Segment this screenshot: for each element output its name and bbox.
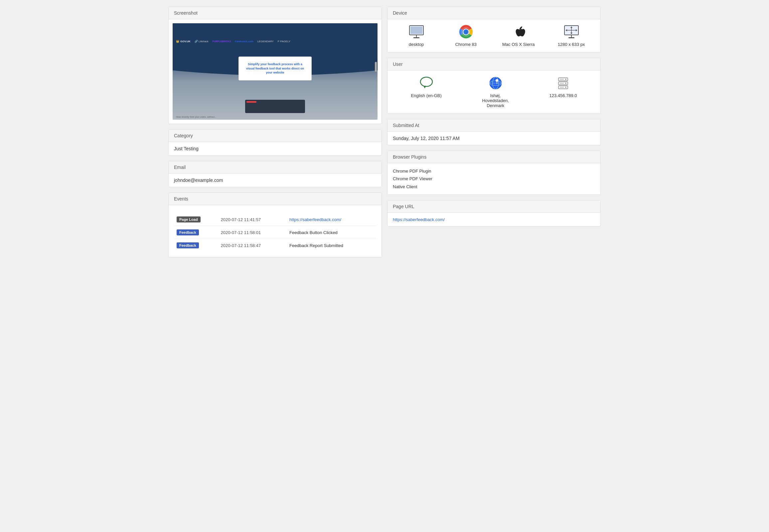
svg-point-28 — [565, 83, 567, 84]
speech-icon — [418, 76, 435, 90]
svg-point-27 — [565, 79, 567, 80]
govuk-logo: 👑GOV.UK — [176, 40, 191, 43]
submitted-at-card: Submitted At Sunday, July 12, 2020 11:57… — [387, 119, 601, 145]
email-value: johndoe@example.com — [169, 174, 381, 187]
device-label-desktop: desktop — [409, 42, 424, 47]
submitted-at-value: Sunday, July 12, 2020 11:57 AM — [388, 132, 600, 145]
chrome-icon — [457, 25, 475, 39]
svg-rect-3 — [411, 27, 423, 34]
badge-feedback-2: Feedback — [177, 242, 199, 248]
plugin-3: Native Client — [393, 183, 595, 191]
event-link-1[interactable]: https://saberfeedback.com/ — [289, 217, 341, 222]
page-url-body: https://saberfeedback.com/ — [388, 213, 600, 226]
user-label-language: English (en-GB) — [411, 93, 442, 98]
email-title: Email — [169, 161, 381, 174]
table-row: Page Load 2020-07-12 11:41:57 https://sa… — [174, 213, 376, 226]
resolution-icon — [563, 25, 580, 39]
device-icons: desktop — [388, 19, 600, 52]
screenshot-nav: 👑GOV.UK 🔗 Lifehack PURPLEBRICKS Confused… — [176, 40, 374, 43]
hero-text: Simplify your feedback process with a vi… — [245, 62, 305, 75]
device-item-desktop: desktop — [403, 25, 430, 47]
email-card: Email johndoe@example.com — [168, 161, 382, 187]
user-label-location: Ishøj, Hovedstaden, Denmark — [481, 93, 511, 108]
table-row: Feedback 2020-07-12 11:58:47 Feedback Re… — [174, 239, 376, 252]
user-item-location: Ishøj, Hovedstaden, Denmark — [481, 76, 511, 108]
event-time-1: 2020-07-12 11:41:57 — [218, 213, 287, 226]
submitted-at-title: Submitted At — [388, 119, 600, 132]
legendary-link: LEGENDARY — [257, 40, 274, 43]
screenshot-image: 👑GOV.UK 🔗 Lifehack PURPLEBRICKS Confused… — [173, 23, 377, 120]
device-label-apple: Mac OS X Sierra — [502, 42, 535, 47]
category-value: Just Testing — [169, 142, 381, 155]
event-detail-2: Feedback Button Clicked — [287, 226, 376, 239]
browser-plugins-body: Chrome PDF Plugin Chrome PDF Viewer Nati… — [388, 163, 600, 195]
events-card: Events Page Load 2020-07-12 11:41:57 htt… — [168, 193, 382, 257]
desktop-icon — [408, 25, 425, 39]
lifehack-link: 🔗 Lifehack — [194, 40, 208, 43]
svg-rect-2 — [414, 37, 420, 38]
event-time-2: 2020-07-12 11:58:01 — [218, 226, 287, 239]
category-title: Category — [169, 130, 381, 142]
device-card: Device desktop — [387, 7, 601, 53]
page-url-link[interactable]: https://saberfeedback.com/ — [393, 217, 445, 222]
events-table: Page Load 2020-07-12 11:41:57 https://sa… — [174, 213, 376, 252]
user-item-language: English (en-GB) — [411, 76, 442, 98]
globe-icon — [487, 76, 504, 90]
page-url-card: Page URL https://saberfeedback.com/ — [387, 200, 601, 226]
pagely-link: P PAGELY — [278, 40, 290, 43]
badge-pageload: Page Load — [177, 216, 200, 222]
event-time-3: 2020-07-12 11:58:47 — [218, 239, 287, 252]
badge-feedback-1: Feedback — [177, 229, 199, 235]
plugin-2: Chrome PDF Viewer — [393, 175, 595, 183]
screenshot-card: Screenshot 👑GOV.UK 🔗 Lifehack PURPLEBRIC… — [168, 7, 382, 124]
category-card: Category Just Testing — [168, 129, 382, 156]
svg-point-18 — [421, 77, 433, 86]
device-label-resolution: 1280 x 633 px — [558, 42, 585, 47]
browser-plugins-title: Browser Plugins — [388, 151, 600, 163]
events-body: Page Load 2020-07-12 11:41:57 https://sa… — [169, 205, 381, 257]
user-label-ip: 123.456.789.0 — [549, 93, 577, 98]
screenshot-bottom-text: Hear directly from your users, without..… — [176, 116, 216, 118]
svg-point-8 — [464, 30, 468, 34]
svg-point-29 — [565, 87, 567, 88]
user-item-ip: 123.456.789.0 — [549, 76, 577, 98]
browser-plugins-card: Browser Plugins Chrome PDF Plugin Chrome… — [387, 151, 601, 195]
server-icon — [555, 76, 572, 90]
user-title: User — [388, 58, 600, 70]
screenshot-title: Screenshot — [169, 7, 381, 19]
confused-link: Confused.com — [235, 40, 253, 43]
apple-icon — [510, 25, 527, 39]
page-url-title: Page URL — [388, 200, 600, 213]
device-label-chrome: Chrome 83 — [455, 42, 477, 47]
svg-rect-11 — [569, 37, 575, 38]
user-card: User English (en-GB) — [387, 58, 601, 114]
screenshot-hero-box: Simplify your feedback process with a vi… — [238, 57, 312, 80]
events-title: Events — [169, 193, 381, 205]
table-row: Feedback 2020-07-12 11:58:01 Feedback Bu… — [174, 226, 376, 239]
device-title: Device — [388, 7, 600, 19]
device-item-apple: Mac OS X Sierra — [502, 25, 535, 47]
screenshot-browser-mockup — [245, 100, 305, 113]
event-detail-3: Feedback Report Submitted — [287, 239, 376, 252]
plugin-1: Chrome PDF Plugin — [393, 167, 595, 175]
device-item-resolution: 1280 x 633 px — [558, 25, 585, 47]
device-item-chrome: Chrome 83 — [453, 25, 479, 47]
svg-point-23 — [496, 79, 498, 82]
purplebricks-link: PURPLEBRICKS — [212, 40, 231, 43]
user-icons: English (en-GB) — [388, 70, 600, 113]
